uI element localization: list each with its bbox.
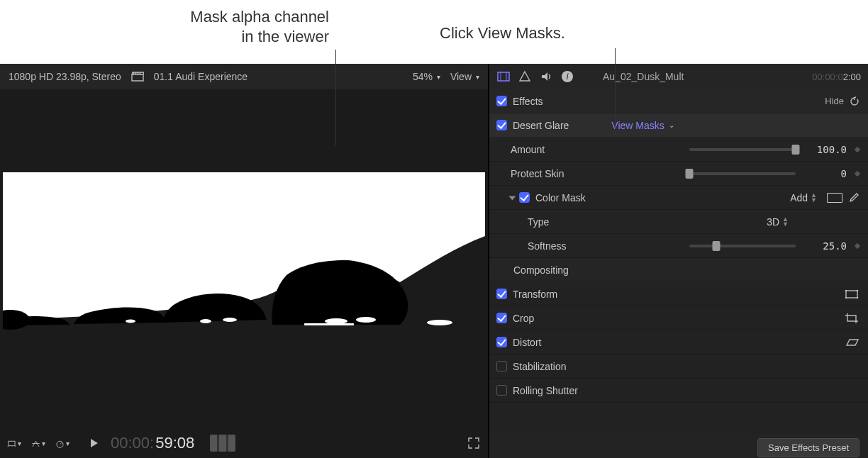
clip-title: 01.1 Audi Experience xyxy=(154,71,247,82)
view-dropdown[interactable]: View ▾ xyxy=(450,71,479,82)
timecode-bright: 59:08 xyxy=(155,434,194,452)
view-label: View xyxy=(450,71,472,82)
fullscreen-icon[interactable] xyxy=(467,436,481,450)
param-protect-skin: Protect Skin 0 xyxy=(489,162,868,186)
param-amount: Amount 100.0 xyxy=(489,138,868,162)
stabilization-checkbox[interactable] xyxy=(496,361,507,372)
inspector-footer: Save Effects Preset xyxy=(489,434,868,458)
view-masks-dropdown[interactable]: View Masks ⌄ xyxy=(611,120,674,131)
tc-dim: 00:00:0 xyxy=(812,72,842,82)
effect-row-desert-glare[interactable]: Desert Glare View Masks ⌄ xyxy=(489,113,868,138)
add-mask-dropdown[interactable]: Add ▲▼ xyxy=(790,192,817,203)
format-label: 1080p HD 23.98p, Stereo xyxy=(9,71,121,82)
amount-slider[interactable] xyxy=(689,148,796,151)
view-masks-label: View Masks xyxy=(611,120,664,131)
color-mask-checkbox[interactable] xyxy=(519,192,530,203)
retime-tool-icon[interactable]: ▾ xyxy=(31,436,45,450)
clapperboard-icon xyxy=(131,72,144,82)
effects-section-header[interactable]: Effects Hide xyxy=(489,89,868,113)
effects-label: Effects xyxy=(513,96,543,107)
section-compositing[interactable]: Compositing xyxy=(489,258,868,282)
timecode-dim: 00:00: xyxy=(111,434,154,452)
section-label: Distort xyxy=(513,337,541,348)
tc-bright: 2:00 xyxy=(843,72,861,82)
viewer-panel: 1080p HD 23.98p, Stereo 01.1 Audi Experi… xyxy=(0,64,488,458)
amount-value[interactable]: 100.0 xyxy=(804,144,847,155)
info-inspector-tab[interactable]: i xyxy=(560,69,574,84)
app-window: 1080p HD 23.98p, Stereo 01.1 Audi Experi… xyxy=(0,64,868,458)
svg-rect-7 xyxy=(304,323,354,325)
svg-text:i: i xyxy=(567,72,569,82)
callout-leader xyxy=(335,50,336,145)
transform-icon[interactable] xyxy=(844,289,859,300)
callout-text: in the viewer xyxy=(190,27,329,47)
chevron-down-icon: ⌄ xyxy=(669,121,674,129)
chevron-down-icon: ▾ xyxy=(42,440,45,447)
timecode-display[interactable]: 00:00:59:08 xyxy=(111,434,194,452)
svg-rect-11 xyxy=(498,72,509,81)
eyedropper-icon[interactable] xyxy=(848,192,859,203)
keyframe-icon[interactable] xyxy=(855,146,860,152)
disclosure-triangle-icon[interactable] xyxy=(508,196,516,200)
param-label: Amount xyxy=(511,144,545,155)
section-label: Rolling Shutter xyxy=(513,385,578,396)
keyframe-icon[interactable] xyxy=(855,170,860,176)
param-label: Color Mask xyxy=(535,192,586,203)
reset-icon[interactable] xyxy=(850,96,859,106)
softness-slider[interactable] xyxy=(689,245,796,247)
viewer-header: 1080p HD 23.98p, Stereo 01.1 Audi Experi… xyxy=(0,64,488,89)
param-label: Type xyxy=(528,216,549,228)
section-stabilization[interactable]: Stabilization xyxy=(489,354,868,379)
crop-checkbox[interactable] xyxy=(496,313,507,323)
svg-rect-16 xyxy=(846,291,857,298)
section-label: Compositing xyxy=(513,264,569,276)
crop-icon[interactable] xyxy=(844,313,859,324)
video-inspector-tab[interactable] xyxy=(496,69,511,84)
softness-value[interactable]: 25.0 xyxy=(804,240,847,252)
color-inspector-tab[interactable] xyxy=(518,69,532,84)
effect-enable-checkbox[interactable] xyxy=(496,120,507,130)
effect-name: Desert Glare xyxy=(513,120,569,131)
protect-skin-value[interactable]: 0 xyxy=(804,168,847,179)
inspector-panel: i Au_02_Dusk_Mult 00:00:02:00 Effects Hi… xyxy=(488,64,868,458)
type-dropdown[interactable]: 3D ▲▼ xyxy=(767,216,789,228)
section-label: Transform xyxy=(513,289,557,300)
stepper-icon: ▲▼ xyxy=(782,217,789,227)
inspector-timecode: 00:00:02:00 xyxy=(812,72,861,82)
type-value: 3D xyxy=(767,216,779,228)
section-crop[interactable]: Crop xyxy=(489,306,868,330)
svg-point-17 xyxy=(845,289,847,291)
param-color-mask: Color Mask Add ▲▼ xyxy=(489,186,868,210)
inspector-body: Effects Hide Desert Glare View Masks ⌄ A… xyxy=(489,89,868,434)
audio-skimming-icon[interactable] xyxy=(210,435,235,452)
protect-skin-slider[interactable] xyxy=(689,172,796,175)
viewer-footer: ▾ ▾ ▾ 00:00:59:08 xyxy=(0,425,488,458)
section-transform[interactable]: Transform xyxy=(489,282,868,306)
keyframe-icon[interactable] xyxy=(855,242,860,248)
crop-tool-icon[interactable]: ▾ xyxy=(7,436,21,450)
section-distort[interactable]: Distort xyxy=(489,330,868,354)
distort-icon[interactable] xyxy=(844,337,859,348)
section-rolling-shutter[interactable]: Rolling Shutter xyxy=(489,379,868,403)
zoom-dropdown[interactable]: 54% ▾ xyxy=(413,71,440,82)
effects-checkbox[interactable] xyxy=(496,96,507,106)
callout-text: Mask alpha channel xyxy=(190,7,329,27)
rolling-shutter-checkbox[interactable] xyxy=(496,385,507,396)
speed-tool-icon[interactable]: ▾ xyxy=(55,436,69,450)
svg-point-1 xyxy=(325,318,347,324)
section-label: Crop xyxy=(513,313,534,324)
distort-checkbox[interactable] xyxy=(496,337,507,347)
hide-button[interactable]: Hide xyxy=(825,96,844,106)
viewer-canvas[interactable] xyxy=(0,89,488,425)
play-button[interactable] xyxy=(87,436,101,450)
svg-point-5 xyxy=(126,320,135,323)
save-effects-preset-button[interactable]: Save Effects Preset xyxy=(757,438,859,457)
audio-inspector-tab[interactable] xyxy=(539,69,553,84)
param-softness: Softness 25.0 xyxy=(489,234,868,258)
zoom-value: 54% xyxy=(413,71,433,82)
transform-checkbox[interactable] xyxy=(496,289,507,299)
callout-leader xyxy=(615,48,616,135)
mask-swatch-icon[interactable] xyxy=(827,193,842,203)
mask-alpha-preview xyxy=(3,123,485,392)
callout-view-masks: Click View Masks. xyxy=(440,23,565,43)
